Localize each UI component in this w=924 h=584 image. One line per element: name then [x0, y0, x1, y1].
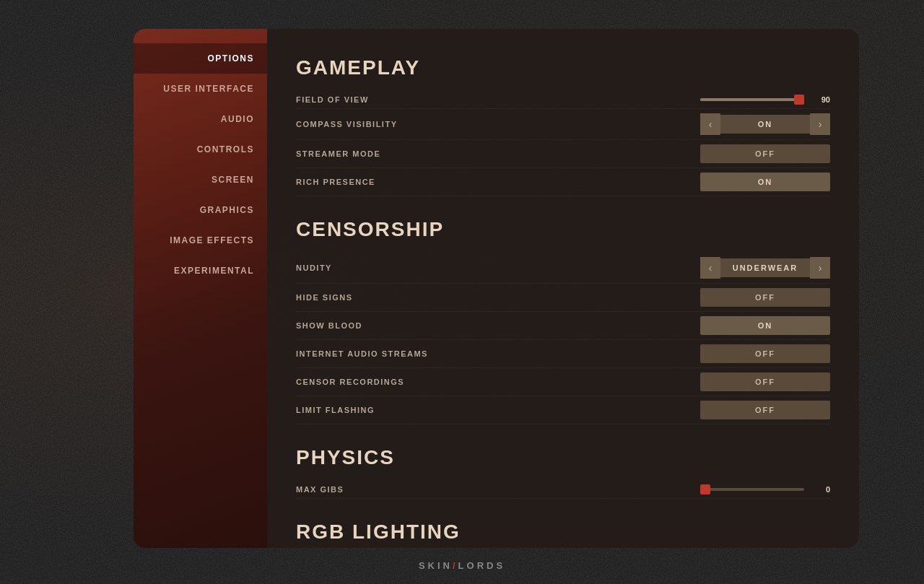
sidebar-item-user-interface[interactable]: USER INTERFACE: [134, 74, 267, 104]
gameplay-section-header: GAMEPLAY: [296, 56, 830, 79]
sidebar-item-options[interactable]: OPTIONS: [134, 43, 267, 74]
field-of-view-value: 90: [810, 95, 830, 104]
max-gibs-slider[interactable]: 0: [700, 485, 830, 494]
rich-presence-label: RICH PRESENCE: [296, 178, 375, 186]
sidebar-item-image-effects[interactable]: IMAGE EFFECTS: [134, 225, 267, 256]
max-gibs-thumb[interactable]: [700, 484, 710, 494]
setting-row-streamer-mode: STREAMER MODE OFF: [296, 140, 830, 168]
streamer-mode-toggle[interactable]: OFF: [700, 144, 830, 163]
compass-visibility-selector: ‹ ON ›: [700, 113, 830, 135]
setting-row-field-of-view: FIELD OF VIEW 90: [296, 91, 830, 109]
limit-flashing-control: OFF: [700, 401, 830, 419]
hide-signs-control: OFF: [700, 288, 830, 307]
limit-flashing-toggle[interactable]: OFF: [700, 401, 830, 419]
watermark-text-before: SKIN: [419, 560, 453, 571]
max-gibs-value: 0: [810, 485, 830, 494]
sidebar: OPTIONS USER INTERFACE AUDIO CONTROLS SC…: [134, 29, 267, 548]
internet-audio-streams-label: INTERNET AUDIO STREAMS: [296, 349, 428, 358]
field-of-view-fill: [700, 98, 799, 101]
setting-row-hide-signs: HIDE SIGNS OFF: [296, 284, 830, 312]
setting-row-show-blood: SHOW BLOOD ON: [296, 312, 830, 340]
nudity-prev[interactable]: ‹: [700, 257, 720, 279]
nudity-value: UNDERWEAR: [720, 258, 810, 277]
setting-row-nudity: NUDITY ‹ UNDERWEAR ›: [296, 253, 830, 284]
sidebar-item-audio[interactable]: AUDIO: [134, 104, 267, 134]
censor-recordings-toggle[interactable]: OFF: [700, 372, 830, 391]
streamer-mode-label: STREAMER MODE: [296, 149, 380, 158]
sidebar-item-experimental[interactable]: EXPERIMENTAL: [134, 256, 267, 286]
setting-row-limit-flashing: LIMIT FLASHING OFF: [296, 396, 830, 424]
rich-presence-control: ON: [700, 173, 830, 191]
physics-section-header: PHYSICS: [296, 446, 830, 469]
rgb-lighting-section-header: RGB LIGHTING: [296, 520, 830, 544]
compass-visibility-prev[interactable]: ‹: [700, 113, 720, 135]
limit-flashing-label: LIMIT FLASHING: [296, 406, 375, 414]
nudity-control: ‹ UNDERWEAR ›: [700, 257, 830, 279]
sidebar-item-controls[interactable]: CONTROLS: [134, 134, 267, 165]
compass-visibility-control: ‹ ON ›: [700, 113, 830, 135]
internet-audio-streams-control: OFF: [700, 344, 830, 363]
setting-row-internet-audio-streams: INTERNET AUDIO STREAMS OFF: [296, 340, 830, 368]
nudity-label: NUDITY: [296, 263, 332, 272]
show-blood-control: ON: [700, 316, 830, 335]
max-gibs-label: MAX GIBS: [296, 485, 344, 494]
field-of-view-control: 90: [700, 95, 830, 104]
setting-row-max-gibs: MAX GIBS 0: [296, 481, 830, 499]
field-of-view-label: FIELD OF VIEW: [296, 95, 369, 104]
nudity-selector: ‹ UNDERWEAR ›: [700, 257, 830, 279]
sidebar-item-screen[interactable]: SCREEN: [134, 165, 267, 195]
streamer-mode-control: OFF: [700, 144, 830, 163]
field-of-view-track[interactable]: [700, 98, 804, 101]
hide-signs-label: HIDE SIGNS: [296, 293, 353, 302]
max-gibs-control: 0: [700, 485, 830, 494]
field-of-view-thumb[interactable]: [794, 95, 804, 105]
censor-recordings-control: OFF: [700, 372, 830, 391]
show-blood-toggle[interactable]: ON: [700, 316, 830, 335]
nudity-next[interactable]: ›: [810, 257, 830, 279]
field-of-view-slider[interactable]: 90: [700, 95, 830, 104]
show-blood-label: SHOW BLOOD: [296, 321, 362, 330]
compass-visibility-value: ON: [720, 115, 810, 134]
main-container: OPTIONS USER INTERFACE AUDIO CONTROLS SC…: [134, 29, 859, 548]
watermark: SKIN/LORDS: [419, 560, 505, 571]
setting-row-censor-recordings: CENSOR RECORDINGS OFF: [296, 368, 830, 396]
compass-visibility-next[interactable]: ›: [810, 113, 830, 135]
internet-audio-streams-toggle[interactable]: OFF: [700, 344, 830, 363]
censor-recordings-label: CENSOR RECORDINGS: [296, 378, 404, 386]
setting-row-rich-presence: RICH PRESENCE ON: [296, 168, 830, 196]
content-area: GAMEPLAY FIELD OF VIEW 90 COMPASS VISIBI…: [267, 29, 859, 548]
watermark-slash: /: [453, 560, 458, 571]
setting-row-compass-visibility: COMPASS VISIBILITY ‹ ON ›: [296, 109, 830, 140]
censorship-section-header: CENSORSHIP: [296, 218, 830, 241]
max-gibs-track[interactable]: [700, 488, 804, 491]
compass-visibility-label: COMPASS VISIBILITY: [296, 120, 397, 128]
watermark-text-after: LORDS: [458, 560, 506, 571]
hide-signs-toggle[interactable]: OFF: [700, 288, 830, 307]
rich-presence-toggle[interactable]: ON: [700, 173, 830, 191]
sidebar-item-graphics[interactable]: GRAPHICS: [134, 195, 267, 225]
